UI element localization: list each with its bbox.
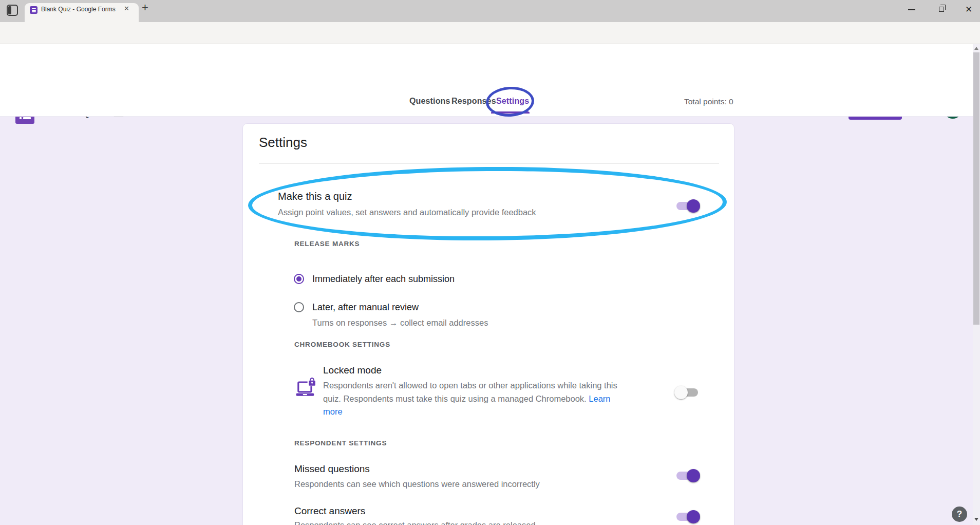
browser-tab[interactable]: Blank Quiz - Google Forms ✕ (25, 3, 139, 22)
locked-mode-title: Locked mode (323, 364, 382, 377)
browser-tab-strip: Blank Quiz - Google Forms ✕ + ✕ (0, 0, 980, 22)
browser-toolbar: https://docs.google.com/forms/d/1OKCFcL-… (0, 22, 980, 44)
tab-settings[interactable]: Settings (496, 97, 529, 106)
settings-heading: Settings (259, 134, 307, 151)
scrollbar-up-arrow[interactable] (974, 47, 978, 50)
window-minimize-button[interactable] (908, 9, 915, 10)
divider (259, 163, 719, 164)
locked-mode-description-text: Respondents aren't allowed to open tabs … (323, 381, 617, 403)
locked-mode-toggle[interactable] (675, 388, 699, 397)
chromebook-settings-label: CHROMEBOOK SETTINGS (294, 341, 390, 348)
missed-questions-title: Missed questions (294, 463, 370, 475)
active-tab-underline (491, 111, 530, 114)
tab-responses[interactable]: Responses (451, 97, 496, 106)
make-quiz-title: Make this a quiz (278, 190, 352, 203)
help-button[interactable]: ? (952, 507, 967, 522)
window-close-button[interactable]: ✕ (965, 4, 972, 15)
browser-window: Blank Quiz - Google Forms ✕ + ✕ https://… (0, 0, 980, 525)
settings-card: Settings Make this a quiz Assign point v… (242, 123, 734, 525)
tab-close-icon[interactable]: ✕ (124, 5, 129, 12)
make-quiz-subtitle: Assign point values, set answers and aut… (278, 207, 536, 218)
correct-answers-title: Correct answers (294, 505, 365, 517)
correct-answers-toggle[interactable] (675, 512, 699, 521)
radio-later-caption: Turns on responses → collect email addre… (312, 317, 488, 328)
respondent-settings-label: RESPONDENT SETTINGS (294, 439, 387, 447)
release-marks-label: RELEASE MARKS (294, 240, 360, 248)
tab-title: Blank Quiz - Google Forms (41, 6, 118, 13)
total-points: Total points: 0 (684, 97, 733, 106)
locked-mode-laptop-icon (295, 378, 317, 398)
missed-questions-caption: Respondents can see which questions were… (294, 479, 540, 490)
forms-header: Blank Quiz Send M (0, 44, 980, 87)
forms-favicon-icon (30, 6, 37, 14)
radio-later[interactable] (294, 302, 304, 312)
radio-immediately-label[interactable]: Immediately after each submission (312, 274, 455, 285)
make-quiz-toggle[interactable] (675, 201, 699, 211)
radio-immediately[interactable] (294, 274, 304, 284)
tab-questions[interactable]: Questions (409, 97, 450, 106)
correct-answers-caption: Respondents can see correct answers afte… (294, 520, 536, 525)
scrollbar-thumb[interactable] (973, 52, 979, 325)
radio-later-label[interactable]: Later, after manual review (312, 302, 419, 313)
window-restore-button[interactable] (939, 7, 944, 12)
forms-nav: Questions Responses Settings Total point… (0, 87, 980, 117)
locked-mode-description: Respondents aren't allowed to open tabs … (323, 379, 624, 419)
workspaces-icon[interactable] (7, 5, 18, 16)
scrollbar-down-arrow[interactable] (974, 518, 978, 521)
new-tab-button[interactable]: + (142, 2, 148, 13)
missed-questions-toggle[interactable] (675, 471, 699, 480)
